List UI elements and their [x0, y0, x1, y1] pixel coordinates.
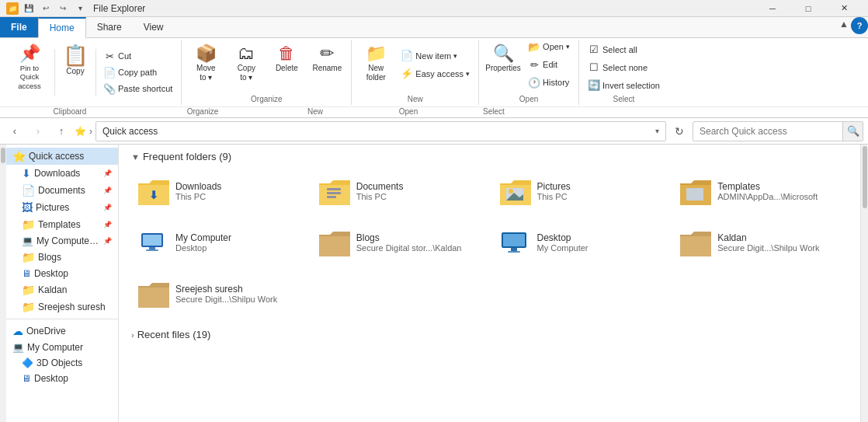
- mycomputer-folder-info: My Computer Desktop: [175, 232, 299, 253]
- select-none-button[interactable]: ☐ Select none: [584, 59, 664, 75]
- select-bottom-label: Select: [455, 107, 533, 117]
- refresh-button[interactable]: ↻: [669, 121, 689, 141]
- rename-button[interactable]: ✏ Rename: [307, 41, 346, 88]
- folder-item-kaldan[interactable]: Kaldan Secure Digit...\Shilpu Work: [673, 220, 848, 265]
- mycomputer-folder-svg: [138, 228, 169, 256]
- ribbon-group-select: ☑ Select all ☐ Select none 🔄 Invert sele…: [579, 40, 668, 105]
- history-button[interactable]: 🕐 History: [524, 75, 574, 91]
- frequent-folders-header[interactable]: ▼ Frequent folders (9): [131, 151, 848, 162]
- paste-shortcut-button[interactable]: 📎 Paste shortcut: [99, 81, 176, 97]
- easy-access-label: Easy access: [415, 69, 464, 78]
- folder-item-desktop[interactable]: Desktop My Computer: [493, 220, 668, 265]
- folder-item-pictures[interactable]: Pictures This PC: [493, 169, 668, 214]
- content-scrollbar-thumb[interactable]: [863, 146, 867, 208]
- tab-home[interactable]: Home: [38, 17, 86, 38]
- svg-point-12: [509, 189, 513, 194]
- new-group-label: New: [408, 93, 423, 103]
- qat-dropdown-button[interactable]: ▾: [73, 2, 87, 16]
- onedrive-icon: ☁: [12, 325, 23, 337]
- documents-folder-icon-wrap: [319, 176, 350, 207]
- minimize-button[interactable]: ─: [755, 0, 790, 17]
- sidebar-scrollbar-thumb[interactable]: [1, 148, 5, 163]
- copy-button[interactable]: 📋 Copy: [58, 41, 92, 88]
- address-path[interactable]: Quick access ▾: [95, 121, 666, 141]
- pictures-folder-info: Pictures This PC: [537, 181, 661, 201]
- recent-files-title: Recent files (19): [137, 329, 211, 340]
- copy-to-button[interactable]: 🗂 Copyto ▾: [227, 41, 266, 88]
- history-label: History: [543, 78, 569, 87]
- sidebar-item-sreejesh[interactable]: 📁 Sreejesh suresh: [6, 298, 118, 316]
- delete-button[interactable]: 🗑 Delete: [267, 41, 306, 88]
- copy-label: Copy: [66, 67, 84, 76]
- recent-files-header[interactable]: › Recent files (19): [131, 329, 848, 340]
- maximize-button[interactable]: □: [790, 0, 826, 17]
- downloads-folder-icon-wrap: ⬇: [138, 176, 169, 207]
- new-item-button[interactable]: 📄 New item ▾: [397, 47, 474, 64]
- desktop-folder-icon-wrap: [500, 227, 531, 258]
- ribbon-collapse-button[interactable]: ▲: [837, 17, 851, 31]
- sidebar-item-mycomputer[interactable]: 💻 My Compute… 📌: [6, 233, 118, 249]
- folder-item-blogs[interactable]: Blogs Secure Digital stor...\Kaldan: [312, 220, 487, 265]
- documents-folder-name: Documents: [356, 181, 480, 192]
- sidebar-item-desktop[interactable]: 🖥 Desktop: [6, 266, 118, 281]
- back-button[interactable]: ‹: [5, 121, 25, 141]
- folder-item-templates[interactable]: Templates ADMIN\AppDa...\Microsoft: [673, 169, 848, 214]
- sidebar-item-documents[interactable]: 📄 Documents 📌: [6, 182, 118, 199]
- sidebar-templates-label: Templates: [38, 219, 100, 230]
- select-all-label: Select all: [602, 45, 637, 54]
- folder-item-mycomputer[interactable]: My Computer Desktop: [131, 220, 306, 265]
- qat-redo-button[interactable]: ↪: [56, 2, 70, 16]
- sidebar-item-onedrive[interactable]: ☁ OneDrive: [6, 323, 118, 340]
- open-button[interactable]: 📂 Open ▾: [524, 39, 574, 55]
- ribbon: File Home Share View ▲ ? 📌 Pin to Quicka…: [0, 17, 868, 118]
- svg-marker-27: [680, 236, 711, 256]
- folder-item-downloads[interactable]: ⬇ Downloads This PC: [131, 169, 306, 214]
- tab-file[interactable]: File: [0, 17, 38, 37]
- up-button[interactable]: ↑: [51, 121, 71, 141]
- pin-to-quick-access-button[interactable]: 📌 Pin to Quickaccess: [8, 41, 51, 92]
- sidebar-item-templates[interactable]: 📁 Templates 📌: [6, 216, 118, 233]
- blogs-folder-name: Blogs: [356, 232, 480, 243]
- blogs-folder-info: Blogs Secure Digital stor...\Kaldan: [356, 232, 480, 253]
- search-input[interactable]: [693, 126, 842, 137]
- sidebar-item-pictures[interactable]: 🖼 Pictures 📌: [6, 199, 118, 216]
- edit-label: Edit: [543, 60, 557, 69]
- move-to-button[interactable]: 📦 Moveto ▾: [186, 41, 225, 88]
- pictures-icon: 🖼: [22, 201, 33, 214]
- qat-save-button[interactable]: 💾: [22, 2, 36, 16]
- close-button[interactable]: ✕: [826, 0, 862, 17]
- documents-pin-icon: 📌: [103, 187, 112, 194]
- templates-folder-svg: [680, 177, 711, 205]
- documents-folder-info: Documents This PC: [356, 181, 480, 201]
- sidebar-item-3dobjects[interactable]: 🔷 3D Objects: [6, 355, 118, 371]
- svg-rect-25: [508, 251, 520, 253]
- easy-access-button[interactable]: ⚡ Easy access ▾: [397, 65, 474, 82]
- pin-icon: 📌: [19, 45, 40, 62]
- sidebar-item-desktop3[interactable]: 🖥 Desktop: [6, 371, 118, 386]
- sidebar-item-downloads[interactable]: ⬇ Downloads 📌: [6, 165, 118, 182]
- sidebar-item-blogs[interactable]: 📁 Blogs: [6, 249, 118, 266]
- forward-button[interactable]: ›: [28, 121, 48, 141]
- qat-undo-button[interactable]: ↩: [39, 2, 53, 16]
- copy-path-button[interactable]: 📄 Copy path: [99, 65, 176, 81]
- tab-share[interactable]: Share: [86, 17, 133, 37]
- select-all-button[interactable]: ☑ Select all: [584, 41, 664, 58]
- pictures-pin-icon: 📌: [103, 204, 112, 211]
- edit-button[interactable]: ✏ Edit: [524, 57, 574, 73]
- folder-item-sreejesh[interactable]: Sreejesh suresh Secure Digit...\Shilpu W…: [131, 271, 306, 316]
- new-folder-button[interactable]: 📁 Newfolder: [356, 41, 395, 88]
- cut-button[interactable]: ✂ Cut: [99, 48, 176, 65]
- invert-selection-button[interactable]: 🔄 Invert selection: [584, 77, 664, 93]
- help-button[interactable]: ?: [851, 17, 868, 34]
- kaldan-folder-svg: [680, 228, 711, 256]
- tab-view[interactable]: View: [133, 17, 175, 37]
- window-controls: ─ □ ✕: [755, 0, 862, 17]
- search-button[interactable]: 🔍: [842, 121, 863, 141]
- svg-marker-21: [319, 236, 350, 256]
- sidebar-item-quick-access[interactable]: ⭐ Quick access: [6, 148, 118, 165]
- sidebar-item-kaldan[interactable]: 📁 Kaldan: [6, 281, 118, 298]
- sidebar-item-mycomputer2[interactable]: 💻 My Computer: [6, 340, 118, 355]
- folder-item-documents[interactable]: Documents This PC: [312, 169, 487, 214]
- svg-text:⬇: ⬇: [149, 189, 158, 201]
- properties-button[interactable]: 🔍 Properties: [484, 41, 523, 88]
